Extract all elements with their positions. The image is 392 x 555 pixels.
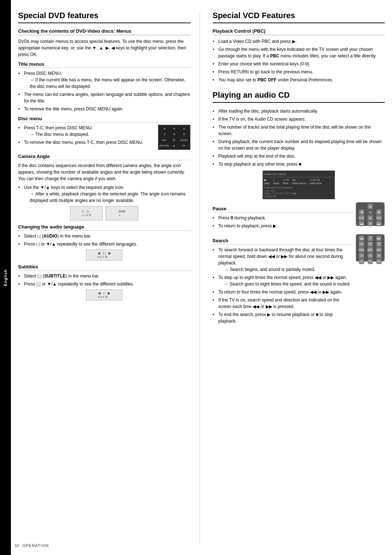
remote-rew-btn: ◀◀ [359,221,364,226]
pause-content: Pause Press II during playback. To retur… [213,202,352,231]
dvd-section-title: Special DVD features [18,11,191,23]
remote-btn: ⑤ [368,259,373,264]
search-content: Search To search forward or backward thr… [213,234,352,327]
list-item: Press DISC MENU. If the current title ha… [18,70,191,90]
checking-heading: Checking the contents of DVD-Video discs… [18,28,191,35]
list-item: Load a Video CD with PBC and press ▶. [213,38,385,45]
remote-play-btn: PLAY [376,215,381,220]
sidebar: English [0,0,11,555]
remote-down-btn: ▼ [368,215,373,220]
camera-angle-heading: Camera Angle [18,154,191,160]
disc-menu-image: ④⑤⑥ ⑦⑧⑨ REC⓪ENTER RETURN▲OK [158,125,191,150]
search-section: Search To search forward or backward thr… [213,234,385,327]
remote-center-btn: ● [368,210,373,215]
disc-menu-list: Press T-C, then press DISC MENU. The dis… [18,125,154,146]
list-item: If the TV is on, search speed and direct… [213,297,352,310]
remote-pause-btn: ⑧ [368,221,373,226]
pbc-heading: Playback Control (PBC) [213,28,385,35]
list-item: Go through the menu with the keys indica… [213,46,385,59]
audio-cd-list: After loading the disc, playback starts … [213,108,385,167]
list-item: After loading the disc, playback starts … [213,108,385,114]
remote-ff-btn: ▶▶ [376,221,381,226]
list-item: To step up to eight times the normal spe… [213,274,352,287]
remote-btn: ⑧ [368,242,373,247]
list-item: Press T-C, then press DISC MENU. The dis… [18,125,154,138]
disc-menu-heading: Disc menu [18,116,191,122]
remote-left-btn: ◀ [359,210,364,215]
left-column: Special DVD features Checking the conten… [18,11,200,544]
vcd-section-title: Special VCD Features [213,11,385,23]
list-item: To end the search, press ▶ to resume pla… [213,311,352,324]
select-label: Select [24,234,36,239]
arrow-item: Search goes to eight times the speed, an… [219,281,352,287]
angle-images: ▷ ▷1 / 4 ⑤ 1/4⑤↗ [18,206,191,220]
page: English Special DVD features Checking th… [0,0,392,555]
pbc-list: Load a Video CD with PBC and press ▶. Go… [213,38,385,83]
search-remote-image: ◀◀ ③ ▶▶ ⑦ ⑧ ⑨ PREV NEXT SKIP ① ② ③ ④ ⑤ [356,234,385,262]
remote-control-search: ◀◀ ③ ▶▶ ⑦ ⑧ ⑨ PREV NEXT SKIP ① ② ③ ④ ⑤ [356,234,384,262]
remote-btn: ③ [376,253,381,258]
list-item: The menu can list camera angles, spoken … [18,91,191,104]
right-column: Special VCD Features Playback Control (P… [211,11,385,544]
remote-right-btn: ▶ [376,210,381,215]
list-item: Press □ or ▼/▲ repeatedly to see the dif… [18,281,191,287]
pause-heading: Pause [213,206,352,212]
list-item: To remove the disc menu, press T-C, then… [18,139,154,146]
remote-btn: ◀◀ [359,236,364,241]
remote-btn: ⑦ [359,242,364,247]
checking-body: DVDs may contain menus to access special… [18,38,191,58]
remote-btn: ③ [368,236,373,241]
content-area: Special DVD features Checking the conten… [11,0,392,555]
press-label: Press [24,242,35,247]
disc-menu-bullets: Press T-C, then press DISC MENU. The dis… [18,125,154,148]
list-item: Press II during playback. [213,215,352,221]
list-item: Use the ▼/▲ keys to select the required … [18,184,191,204]
remote-btn: SKIP [376,247,381,252]
pause-remote-image: ▲ ◀ ● ▶ STOP ▼ PLAY ◀◀ ⑧ ▶▶ [356,202,385,226]
arrow-item: Search begins, and sound is partially mu… [219,266,352,273]
list-item: Playback will stop at the end of the dis… [213,153,385,159]
list-item: If the TV is on, the Audio CD screen app… [213,116,385,122]
remote-btn: ① [359,253,364,258]
pause-section: Pause Press II during playback. To retur… [213,202,385,231]
remote-up-btn: ▲ [368,204,373,209]
remote-btn: ▶▶ [376,236,381,241]
audio-language-list: Select ( ( (AUDIO) in the menu bar. Pres… [18,233,191,247]
pause-list: Press II during playback. To return to p… [213,215,352,229]
title-menus-list: Press DISC MENU. If the current title ha… [18,70,191,112]
list-item: To return to four times the normal speed… [213,289,352,295]
list-item: You may also set to PBC OFF under Person… [213,77,385,83]
footer-label: Operation [22,543,49,548]
search-list: To search forward or backward through th… [213,247,352,324]
arrow-item: The disc menu is displayed. [24,131,154,138]
audio-language-heading: Changing the audio language [18,224,191,231]
list-item: The number of tracks and the total playi… [213,124,385,137]
list-item: Press ( ( or ▼/▲ repeatedly to see the d… [18,241,191,247]
subtitle-image: ◀ □ ▶0 0 1 ⑥ [86,289,122,300]
list-item: During playback, the current track numbe… [213,138,385,151]
arrow-item: If the current title has a menu, the men… [24,77,191,90]
sidebar-language-label: English [3,269,8,286]
list-item: Select ( ( (AUDIO) in the menu bar. [18,233,191,239]
remote-btn: PREV [359,247,364,252]
remote-btn: ④ [359,259,364,264]
list-item: Press RETURN to go back to the previous … [213,69,385,75]
audio-language-image: ◀ ( ( ▶0 0 1 ⑥ [86,250,122,260]
camera-angle-list: Use the ▼/▲ keys to select the required … [18,184,191,204]
list-item: To return to playback, press ▶. [213,223,352,229]
disc-menu-row: Press T-C, then press DISC MENU. The dis… [18,125,191,150]
camera-angle-body: If the disc contains sequences recorded … [18,162,191,182]
page-number: 16 [15,543,19,548]
subtitles-heading: Subtitles [18,264,191,271]
list-item: Enter your choice with the numerical key… [213,61,385,67]
arrow-item: After a while, playback changes to the s… [24,191,191,204]
remote-btn: ② [368,253,373,258]
search-heading: Search [213,238,352,244]
remote-control-pause: ▲ ◀ ● ▶ STOP ▼ PLAY ◀◀ ⑧ ▶▶ [356,202,384,226]
remote-stop-btn: STOP [359,215,364,220]
title-menus-heading: Title menus [18,61,191,68]
angle-image-1: ▷ ▷1 / 4 ⑤ [70,206,103,220]
list-item: To remove the title menu, press DISC MEN… [18,106,191,112]
angle-image-2: 1/4⑤↗ [106,206,138,220]
list-item: To search forward or backward through th… [213,247,352,273]
